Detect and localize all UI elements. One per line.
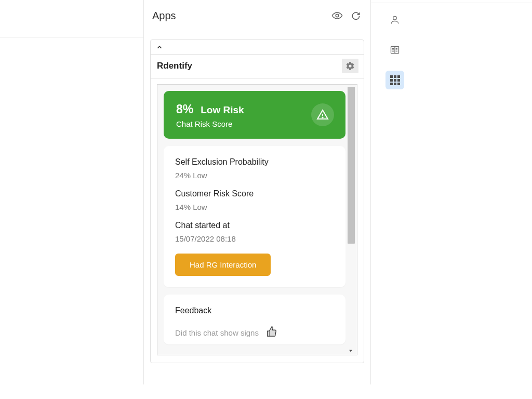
apps-grid-icon[interactable]: [385, 71, 404, 89]
self-exclusion-label: Self Exclusion Probability: [175, 157, 334, 167]
card-header: Rdentify: [151, 55, 364, 79]
thumbs-up-icon[interactable]: [266, 326, 277, 339]
scrollbar-down-arrow[interactable]: [348, 347, 355, 354]
feedback-row: Did this chat show signs: [175, 326, 334, 339]
refresh-icon[interactable]: [350, 9, 362, 22]
feedback-card: Feedback Did this chat show signs: [164, 295, 345, 344]
scrollbar[interactable]: [348, 87, 355, 353]
feedback-question: Did this chat show signs: [175, 328, 259, 337]
right-rail: [384, 10, 405, 89]
feedback-title: Feedback: [175, 306, 334, 315]
scrollbar-thumb[interactable]: [348, 87, 355, 244]
customer-risk-label: Customer Risk Score: [175, 189, 334, 198]
profile-icon[interactable]: [385, 10, 404, 29]
app-card: Rdentify 8% Low Risk Chat Risk Score: [150, 39, 364, 363]
risk-banner: 8% Low Risk Chat Risk Score: [164, 91, 345, 139]
top-border: [371, 0, 532, 3]
risk-text: 8% Low Risk Chat Risk Score: [176, 102, 311, 128]
details-card: Self Exclusion Probability 24% Low Custo…: [164, 146, 345, 287]
left-divider: [0, 37, 143, 38]
app-name: Rdentify: [157, 61, 342, 71]
risk-percent: 8%: [176, 102, 193, 116]
settings-button[interactable]: [342, 59, 358, 73]
grid-icon: [390, 75, 400, 85]
app-content-frame: 8% Low Risk Chat Risk Score: [157, 84, 357, 355]
chat-started-label: Chat started at: [175, 221, 334, 230]
notes-icon[interactable]: [385, 41, 404, 59]
gear-icon: [345, 61, 355, 71]
svg-marker-3: [349, 350, 352, 352]
risk-icon-circle: [311, 103, 334, 126]
panel-header: Apps: [144, 0, 370, 29]
rg-interaction-button[interactable]: Had RG Interaction: [175, 254, 271, 276]
chat-started-value: 15/07/2022 08:18: [175, 234, 334, 243]
apps-panel: Apps Rdentify: [143, 0, 371, 384]
risk-level: Low Risk: [201, 104, 244, 116]
customer-risk-value: 14% Low: [175, 203, 334, 211]
visibility-icon[interactable]: [331, 9, 343, 22]
svg-point-4: [393, 16, 397, 20]
chevron-up-icon: [156, 44, 163, 51]
scroll-area: 8% Low Risk Chat Risk Score: [164, 91, 345, 355]
collapse-toggle[interactable]: [151, 40, 364, 55]
self-exclusion-value: 24% Low: [175, 171, 334, 180]
warning-icon: [316, 109, 329, 121]
svg-point-2: [322, 117, 323, 117]
risk-subtitle: Chat Risk Score: [176, 119, 311, 128]
panel-title: Apps: [152, 10, 325, 22]
svg-point-0: [336, 14, 339, 17]
